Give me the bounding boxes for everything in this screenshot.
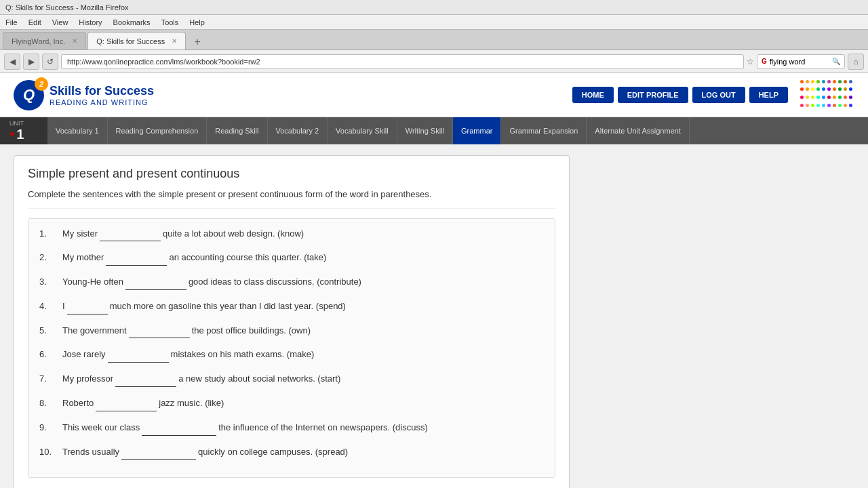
dot [806, 104, 809, 107]
answer-blank[interactable] [100, 227, 161, 242]
nav-tab-3[interactable]: Vocabulary 2 [268, 117, 328, 144]
dot [811, 96, 814, 99]
answer-blank[interactable] [67, 300, 108, 314]
menu-edit[interactable]: Edit [28, 18, 41, 26]
logo-subtitle: READING AND WRITING [50, 98, 154, 106]
answer-blank[interactable] [106, 251, 167, 266]
browser-frame: Q: Skills for Success - Mozilla Firefox … [0, 0, 868, 488]
dot [833, 87, 836, 91]
menu-bookmarks[interactable]: Bookmarks [113, 18, 151, 26]
home-button[interactable]: ⌂ [848, 54, 864, 70]
menu-tools[interactable]: Tools [161, 18, 179, 26]
question-text: Jose rarely mistakes on his math exams. … [62, 348, 544, 363]
tab-skills[interactable]: Q: Skills for Success ✕ [87, 32, 186, 49]
search-submit-icon[interactable]: 🔍 [832, 58, 840, 65]
nav-tab-7[interactable]: Grammar Expansion [501, 117, 587, 144]
bookmark-star-icon[interactable]: ☆ [747, 57, 754, 66]
answer-blank[interactable] [142, 421, 216, 436]
question-item: 4.I much more on gasoline this year than… [39, 300, 544, 314]
menu-file[interactable]: File [5, 18, 18, 26]
dot [838, 104, 842, 107]
question-text: I much more on gasoline this year than I… [62, 300, 544, 314]
question-item: 3.Young-He often good ideas to class dis… [39, 275, 544, 290]
nav-tab-2[interactable]: Reading Skill [207, 117, 267, 144]
tab-skills-label: Q: Skills for Success [96, 37, 165, 45]
question-number: 7. [39, 372, 58, 386]
dot [816, 80, 820, 83]
unit-number: 1 [16, 127, 24, 142]
question-number: 10. [39, 445, 58, 460]
nav-tab-0[interactable]: Vocabulary 1 [47, 117, 108, 144]
question-number: 4. [39, 300, 58, 314]
dot [833, 104, 836, 107]
unit-text: UNIT [9, 120, 24, 127]
answer-blank[interactable] [96, 396, 157, 411]
dot [844, 80, 847, 83]
unit-label-content: UNIT ♥ 1 [9, 120, 24, 142]
dot [833, 96, 836, 99]
dot [849, 87, 852, 91]
question-item: 7.My professor a new study about social … [39, 372, 544, 387]
question-item: 8.Roberto jazz music. (like) [39, 396, 544, 411]
new-tab-button[interactable]: + [190, 35, 205, 49]
logo-title: Skills for Success [50, 84, 154, 98]
forward-button[interactable]: ▶ [23, 54, 39, 70]
address-bar[interactable] [61, 54, 744, 69]
question-text: Trends usually quickly on college campus… [62, 445, 544, 460]
refresh-button[interactable]: ↺ [42, 54, 58, 70]
tab-flyingword-close[interactable]: ✕ [72, 37, 77, 45]
menu-help[interactable]: Help [189, 18, 205, 26]
header-buttons: HOME EDIT PROFILE LOG OUT HELP [572, 80, 854, 110]
menu-bar: File Edit View History Bookmarks Tools H… [0, 15, 868, 30]
nav-tab-1[interactable]: Reading Comprehension [108, 117, 208, 144]
answer-blank[interactable] [125, 275, 186, 290]
question-text: My sister quite a lot about web design. … [62, 227, 544, 242]
search-engine-icon: G [762, 58, 767, 65]
answer-blank[interactable] [129, 324, 190, 339]
tab-flyingword[interactable]: FlyingWord, Inc. ✕ [3, 32, 86, 49]
menu-history[interactable]: History [79, 18, 102, 26]
nav-tab-6[interactable]: Grammar [453, 117, 501, 144]
dot [822, 104, 825, 107]
nav-tab-8[interactable]: Alternate Unit Assignment [587, 117, 690, 144]
dot [806, 80, 809, 83]
question-number: 9. [39, 421, 58, 435]
unit-label: UNIT ♥ 1 [0, 117, 47, 144]
logout-btn[interactable]: LOG OUT [692, 87, 745, 103]
dot [811, 80, 814, 83]
nav-tab-5[interactable]: Writing Skill [397, 117, 453, 144]
dot [816, 96, 820, 99]
logo-letter: Q [23, 86, 35, 104]
dot [827, 104, 831, 107]
nav-tab-4[interactable]: Vocabulary Skill [328, 117, 397, 144]
dot [827, 80, 831, 83]
dot [833, 80, 836, 83]
logo-q: Q 2 [14, 80, 44, 110]
answer-blank[interactable] [121, 445, 196, 460]
question-number: 2. [39, 251, 58, 265]
dot [849, 80, 852, 83]
dot [844, 104, 847, 107]
dot [838, 80, 842, 83]
app-header: Q 2 Skills for Success READING AND WRITI… [0, 73, 868, 117]
home-btn[interactable]: HOME [572, 87, 614, 103]
answer-blank[interactable] [108, 348, 169, 363]
answer-blank[interactable] [115, 372, 176, 387]
exercise-instructions: Complete the sentences with the simple p… [28, 188, 555, 209]
title-text: Q: Skills for Success - Mozilla Firefox [5, 3, 129, 12]
title-bar: Q: Skills for Success - Mozilla Firefox [0, 0, 868, 15]
question-text: My mother an accounting course this quar… [62, 251, 544, 266]
dot [822, 87, 825, 91]
tab-skills-close[interactable]: ✕ [172, 37, 177, 45]
tab-bar: FlyingWord, Inc. ✕ Q: Skills for Success… [0, 30, 868, 50]
question-text: The government the post office buildings… [62, 324, 544, 339]
dot [800, 87, 804, 91]
dot [811, 87, 814, 91]
back-button[interactable]: ◀ [4, 54, 20, 70]
menu-view[interactable]: View [52, 18, 68, 26]
dot [811, 104, 814, 107]
edit-profile-btn[interactable]: EDIT PROFILE [618, 87, 688, 103]
help-btn[interactable]: HELP [749, 87, 788, 103]
exercise-title: Simple present and present continuous [28, 167, 555, 181]
dot [838, 87, 842, 91]
